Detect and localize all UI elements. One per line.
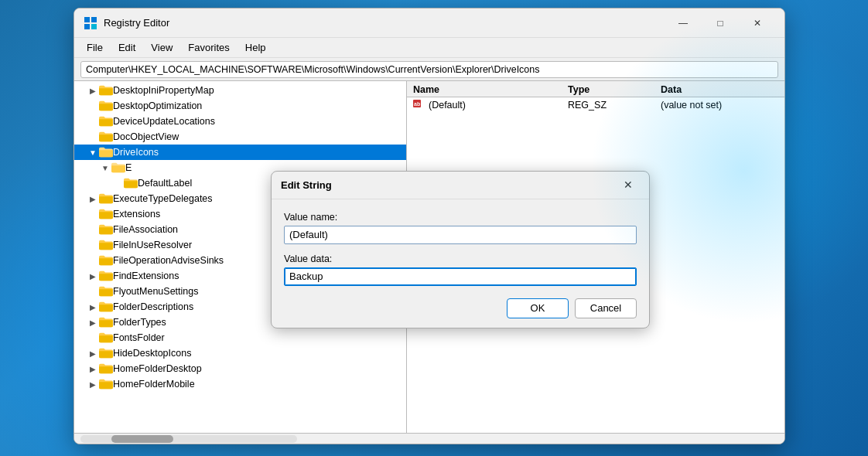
detail-cell-type: REG_SZ: [568, 100, 661, 111]
menu-favorites[interactable]: Favorites: [182, 40, 235, 55]
window-controls: — □ ✕: [665, 11, 775, 36]
expander-executetypedelegates[interactable]: ▶: [87, 191, 99, 206]
folder-icon: [99, 193, 113, 204]
tree-label: HomeFolderDesktop: [113, 363, 202, 374]
detail-cell-data: (value not set): [661, 100, 784, 111]
folder-icon: [124, 178, 138, 189]
menu-view[interactable]: View: [145, 40, 179, 55]
tree-label: FlyoutMenuSettings: [113, 286, 198, 297]
expander-homefolderdesktop[interactable]: ▶: [87, 361, 99, 376]
col-name: Name: [413, 84, 568, 95]
detail-cell-name: ab (Default): [413, 99, 568, 111]
expander-hidedesktopicons[interactable]: ▶: [87, 345, 99, 361]
expander-homefoldermobile[interactable]: ▶: [87, 376, 99, 392]
tree-label: DriveIcons: [113, 147, 159, 158]
folder-icon: [99, 363, 113, 374]
tree-node-homefolderdesktop[interactable]: ▶ HomeFolderDesktop: [74, 361, 406, 376]
tree-node-homefoldermobile[interactable]: ▶ HomeFolderMobile: [74, 376, 406, 392]
close-button[interactable]: ✕: [740, 11, 775, 36]
tree-label: FileInUseResolver: [113, 240, 192, 250]
menu-bar: File Edit View Favorites Help: [74, 38, 784, 58]
tree-node-docobjectview[interactable]: ▶ DocObjectView: [74, 129, 406, 145]
tree-node-fontsfolder[interactable]: ▶ FontsFolder: [74, 330, 406, 345]
window-title: Registry Editor: [104, 17, 665, 29]
minimize-button[interactable]: —: [665, 11, 701, 36]
folder-open-icon: [99, 147, 113, 158]
tree-label: DocObjectView: [113, 131, 179, 142]
tree-label: FontsFolder: [113, 332, 165, 343]
folder-icon: [99, 301, 113, 312]
col-data: Data: [661, 84, 784, 95]
tree-label: DeviceUpdateLocations: [113, 116, 215, 127]
dialog-close-button[interactable]: ✕: [617, 175, 640, 194]
svg-rect-3: [91, 24, 97, 29]
cancel-button[interactable]: Cancel: [575, 298, 637, 318]
tree-node-deviceupdatelocations[interactable]: ▶ DeviceUpdateLocations: [74, 114, 406, 129]
tree-label: FileAssociation: [113, 224, 178, 235]
menu-edit[interactable]: Edit: [112, 40, 142, 55]
expander-driveicons[interactable]: ▼: [87, 145, 99, 160]
expander-desktopinipropertymap[interactable]: ▶: [87, 83, 99, 98]
folder-icon: [99, 332, 113, 343]
value-name-input[interactable]: [284, 226, 637, 244]
folder-icon: [99, 348, 113, 359]
folder-icon: [99, 224, 113, 235]
menu-file[interactable]: File: [80, 40, 109, 55]
title-bar: Registry Editor — □ ✕: [74, 9, 784, 38]
folder-icon: [99, 286, 113, 297]
folder-icon: [99, 100, 113, 111]
svg-rect-1: [91, 17, 97, 22]
value-name: (Default): [429, 100, 466, 111]
folder-icon: [99, 209, 113, 219]
folder-icon: [99, 379, 113, 390]
detail-row-default[interactable]: ab (Default) REG_SZ (value not set): [407, 97, 784, 113]
folder-icon: [99, 317, 113, 328]
folder-icon: [99, 131, 113, 142]
tree-label: DesktopIniPropertyMap: [113, 85, 214, 96]
tree-label: HideDesktopIcons: [113, 348, 191, 359]
dialog-body: Value name: Value data: OK Cancel: [272, 199, 649, 328]
maximize-button[interactable]: □: [702, 11, 738, 36]
tree-label: DesktopOptimization: [113, 100, 202, 111]
folder-icon: [99, 85, 113, 96]
scrollbar-thumb[interactable]: [111, 435, 173, 443]
folder-icon: [99, 271, 113, 281]
tree-node-desktopinipropertymap[interactable]: ▶ DesktopIniPropertyMap: [74, 83, 406, 98]
app-icon: [84, 16, 97, 30]
menu-help[interactable]: Help: [239, 40, 272, 55]
folder-icon: [99, 116, 113, 127]
folder-open-icon: [111, 162, 125, 173]
tree-node-desktopoptimization[interactable]: ▶ DesktopOptimization: [74, 98, 406, 114]
address-path[interactable]: Computer\HKEY_LOCAL_MACHINE\SOFTWARE\Mic…: [80, 61, 778, 78]
col-type: Type: [568, 84, 661, 95]
tree-label: FileOperationAdviseSinks: [113, 255, 224, 266]
tree-label: ExecuteTypeDelegates: [113, 193, 213, 204]
ok-button[interactable]: OK: [507, 298, 569, 318]
registry-value-icon: ab: [413, 99, 425, 111]
expander-findextensions[interactable]: ▶: [87, 268, 99, 284]
tree-label: FolderTypes: [113, 317, 166, 328]
folder-icon: [99, 240, 113, 250]
value-data-label: Value data:: [284, 254, 637, 264]
tree-label: HomeFolderMobile: [113, 379, 195, 390]
svg-text:ab: ab: [414, 101, 420, 107]
svg-rect-2: [84, 24, 90, 29]
tree-label: FindExtensions: [113, 271, 179, 281]
dialog-buttons: OK Cancel: [284, 295, 637, 318]
tree-node-hidedesktopicons[interactable]: ▶ HideDesktopIcons: [74, 345, 406, 361]
tree-label: DefaultLabel: [138, 178, 192, 189]
value-data-input[interactable]: [284, 267, 637, 286]
bottom-bar: [74, 433, 784, 444]
tree-label: Extensions: [113, 209, 160, 219]
expander-folderdescriptions[interactable]: ▶: [87, 299, 99, 315]
tree-node-driveicons[interactable]: ▼ DriveIcons: [74, 145, 406, 160]
registry-editor-window: Registry Editor — □ ✕ File Edit View Fav…: [73, 8, 785, 444]
tree-label: FolderDescriptions: [113, 301, 193, 312]
dialog-title: Edit String: [281, 179, 617, 191]
expander-e[interactable]: ▼: [99, 160, 111, 175]
folder-icon: [99, 255, 113, 266]
detail-header: Name Type Data: [407, 81, 784, 97]
expander-foldertypes[interactable]: ▶: [87, 315, 99, 330]
address-bar: Computer\HKEY_LOCAL_MACHINE\SOFTWARE\Mic…: [74, 58, 784, 81]
horizontal-scrollbar[interactable]: [80, 435, 297, 443]
